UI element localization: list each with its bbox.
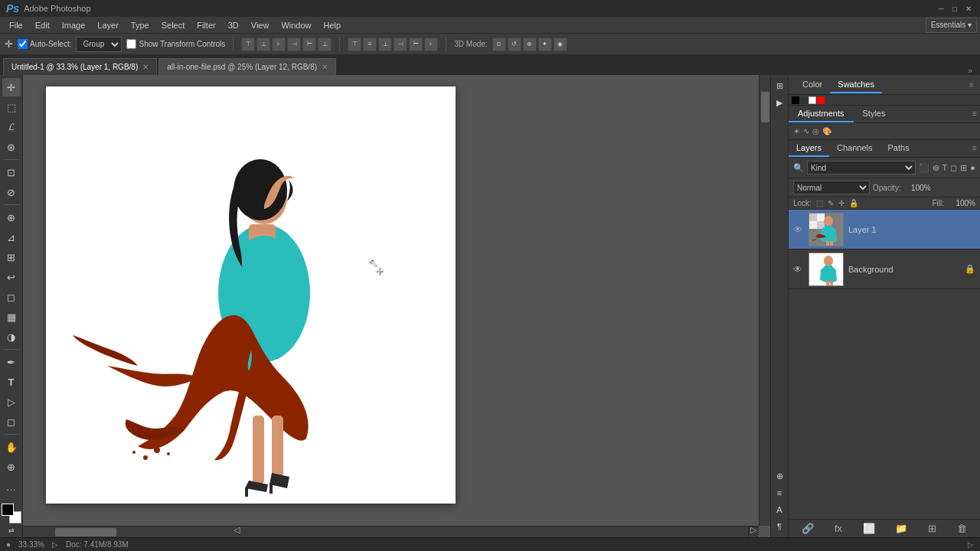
blend-mode-select[interactable]: Normal Dissolve Multiply Screen Overlay xyxy=(793,181,870,194)
gradient-btn[interactable]: ▦ xyxy=(2,308,21,326)
align-hcenter-icon[interactable]: ⊢ xyxy=(302,37,316,51)
align-top-icon[interactable]: ⊤ xyxy=(241,37,255,51)
essentials-button[interactable]: Essentials ▾ xyxy=(926,18,977,33)
status-right-arrow[interactable]: ▷ xyxy=(968,540,974,549)
horizontal-scrollbar[interactable] xyxy=(23,526,759,537)
stamp-btn[interactable]: ⊞ xyxy=(2,248,21,266)
vertical-scrollthumb[interactable] xyxy=(761,92,769,122)
canvas-area[interactable]: ↖ ✛ ◁ ▷ xyxy=(23,75,770,537)
menu-help[interactable]: Help xyxy=(318,19,348,31)
adj-icon-hue[interactable]: ◎ xyxy=(812,127,819,135)
tab-allinone-close[interactable]: ✕ xyxy=(322,63,328,71)
vertical-scrollbar[interactable] xyxy=(759,75,770,526)
styles-tab[interactable]: Styles xyxy=(854,106,895,122)
distribute-left-icon[interactable]: ⊣ xyxy=(394,37,407,51)
filter-kind-select[interactable]: Kind xyxy=(807,161,916,174)
new-layer-btn[interactable]: ⊞ xyxy=(928,523,936,534)
lock-image-icon[interactable]: ✎ xyxy=(828,199,834,207)
adj-panel-menu[interactable]: ≡ xyxy=(969,106,980,122)
filter-shape-icon[interactable]: ◻ xyxy=(950,163,957,173)
filter-type-icon[interactable]: T xyxy=(942,163,948,172)
quick-select-btn[interactable]: ⊛ xyxy=(2,138,21,156)
right-icon-2[interactable]: ▶ xyxy=(772,95,787,110)
lock-all-icon[interactable]: 🔒 xyxy=(849,199,858,207)
3d-icon-5[interactable]: ◉ xyxy=(554,37,567,51)
menu-filter[interactable]: Filter xyxy=(191,19,221,31)
right-icon-1[interactable]: ⊞ xyxy=(772,78,787,93)
hand-btn[interactable]: ✋ xyxy=(2,438,21,456)
select-rect-btn[interactable]: ⬚ xyxy=(2,98,21,116)
3d-icon-2[interactable]: ↺ xyxy=(508,37,521,51)
channels-tab[interactable]: Channels xyxy=(829,140,880,157)
lock-transparent-icon[interactable]: ⬚ xyxy=(816,199,823,207)
distribute-h-icon[interactable]: ⊢ xyxy=(409,37,423,51)
swatch-black[interactable] xyxy=(792,96,799,104)
tab-untitled[interactable]: Untitled-1 @ 33.3% (Layer 1, RGB/8) ✕ xyxy=(3,58,157,75)
align-left-icon[interactable]: ⊣ xyxy=(287,37,301,51)
status-arrow[interactable]: ▷ xyxy=(52,540,58,549)
heal-btn[interactable]: ⊕ xyxy=(2,208,21,227)
menu-file[interactable]: File xyxy=(3,19,29,31)
align-right-icon[interactable]: ⊥ xyxy=(318,37,332,51)
link-layers-btn[interactable]: 🔗 xyxy=(802,523,814,534)
eraser-btn[interactable]: ◻ xyxy=(2,288,21,306)
adj-icon-curves[interactable]: ∿ xyxy=(803,127,809,135)
delete-layer-btn[interactable]: 🗑 xyxy=(957,523,967,534)
brush-btn[interactable]: ⊿ xyxy=(2,228,21,246)
layer-item-layer1[interactable]: 👁 xyxy=(789,210,980,249)
new-group-btn[interactable]: 📁 xyxy=(895,523,907,534)
minimize-button[interactable]: ─ xyxy=(936,3,946,14)
layers-panel-menu[interactable]: ≡ xyxy=(969,140,980,157)
text-btn[interactable]: T xyxy=(2,373,21,391)
menu-layer[interactable]: Layer xyxy=(91,19,125,31)
adjustments-tab[interactable]: Adjustments xyxy=(789,106,854,122)
scroll-next-btn[interactable]: ▷ xyxy=(750,525,756,535)
menu-3d[interactable]: 3D xyxy=(222,19,245,31)
right-icon-5[interactable]: A xyxy=(772,502,787,517)
eyedropper-btn[interactable]: ⊘ xyxy=(2,183,21,201)
layer-fx-btn[interactable]: fx xyxy=(835,523,842,534)
pen-btn[interactable]: ✒ xyxy=(2,353,21,371)
filter-smart-icon[interactable]: ⊞ xyxy=(960,163,967,173)
crop-btn[interactable]: ⊡ xyxy=(2,163,21,181)
opacity-value[interactable]: 100% xyxy=(904,184,931,192)
menu-image[interactable]: Image xyxy=(56,19,92,31)
fill-value[interactable]: 100% xyxy=(949,199,975,207)
filter-pixel-icon[interactable]: ⬛ xyxy=(919,163,929,173)
distribute-bottom-icon[interactable]: ⊥ xyxy=(378,37,392,51)
layer-item-background[interactable]: 👁 Background 🔒 xyxy=(789,249,980,289)
3d-icon-4[interactable]: ✦ xyxy=(538,37,552,51)
adj-icon-brightness[interactable]: ☀ xyxy=(793,127,800,135)
scrollbar-track[interactable] xyxy=(142,542,954,548)
swatch-red[interactable] xyxy=(817,96,825,104)
move-tool-btn[interactable]: ✛ xyxy=(2,78,21,96)
scroll-prev-btn[interactable]: ◁ xyxy=(234,525,240,535)
menu-select[interactable]: Select xyxy=(155,19,191,31)
swatches-tab[interactable]: Swatches xyxy=(830,77,882,93)
right-icon-6[interactable]: ¶ xyxy=(772,519,787,534)
tab-allinone[interactable]: all-in-one-file.psd @ 25% (Layer 12, RGB… xyxy=(158,58,336,75)
auto-select-select[interactable]: Group Layer xyxy=(76,37,122,52)
auto-select-checkbox[interactable] xyxy=(18,39,28,49)
adj-icon-color[interactable]: 🎨 xyxy=(822,127,831,135)
layer-mask-btn[interactable]: ⬜ xyxy=(863,523,875,534)
tab-untitled-close[interactable]: ✕ xyxy=(142,63,149,71)
history-btn[interactable]: ↩ xyxy=(2,268,21,286)
3d-icon-3[interactable]: ⊕ xyxy=(523,37,537,51)
layer1-eye[interactable]: 👁 xyxy=(793,224,804,235)
distribute-right-icon[interactable]: ⊦ xyxy=(424,37,438,51)
right-icon-3[interactable]: ⊕ xyxy=(772,468,787,484)
filter-toggle[interactable]: ● xyxy=(970,163,975,172)
align-vcenter-icon[interactable]: ⊥ xyxy=(256,37,270,51)
swap-colors-btn[interactable]: ⇄ xyxy=(8,527,15,534)
right-icon-4[interactable]: ≡ xyxy=(772,485,787,500)
dodge-btn[interactable]: ◑ xyxy=(2,328,21,346)
swatch-dark[interactable] xyxy=(800,96,808,104)
maximize-button[interactable]: □ xyxy=(949,3,960,14)
align-bottom-icon[interactable]: ⊦ xyxy=(272,37,286,51)
lock-position-icon[interactable]: ✛ xyxy=(838,199,844,207)
menu-type[interactable]: Type xyxy=(125,19,155,31)
zoom-btn[interactable]: ⊕ xyxy=(2,458,21,476)
menu-edit[interactable]: Edit xyxy=(29,19,56,31)
panel-collapse-btn[interactable]: » xyxy=(963,66,977,75)
